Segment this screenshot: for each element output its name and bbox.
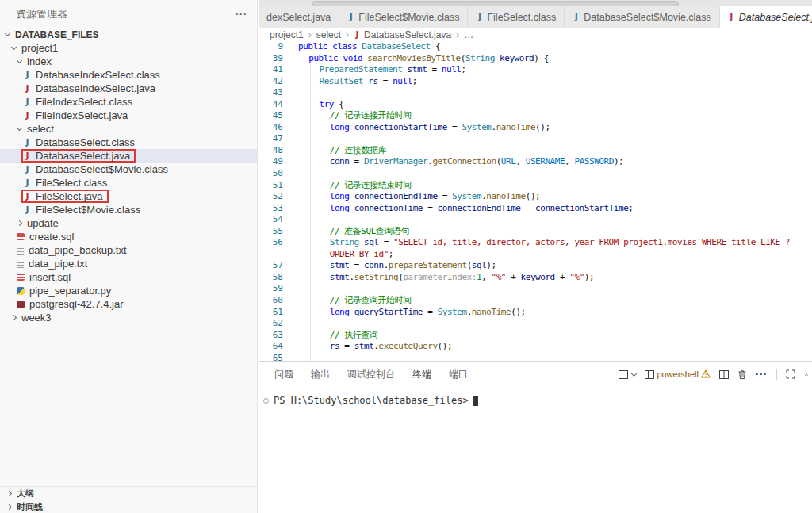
terminal[interactable]: PS H:\Study\school\database_files> [259, 387, 812, 406]
indent-guide [310, 64, 311, 361]
tree-item-label: FileSelect.class [36, 177, 107, 189]
code-line-57: 57stmt = conn.prepareStatement(sql); [259, 260, 812, 272]
code-line-47: 47 [259, 133, 812, 145]
terminal-tab-powershell[interactable]: powershell [645, 367, 710, 381]
breadcrumb-item[interactable]: project1 [270, 29, 304, 40]
tree-item-label: DatabaseSelect.class [36, 136, 135, 148]
tab-scrollbar[interactable] [312, 1, 679, 6]
tree-item-content: JDatabaseSelect.class [24, 136, 135, 149]
tree-item-create-sql[interactable]: create.sql [0, 230, 257, 243]
tree-item-databaseindexselect-java[interactable]: JDatabaseIndexSelect.java [0, 82, 257, 95]
chevron-down-icon [11, 44, 17, 50]
kill-terminal-icon[interactable] [737, 369, 747, 380]
explorer-more-actions-icon[interactable]: ··· [236, 10, 247, 18]
tree-item-content: insert.sql [17, 270, 71, 284]
code-line-56: 56String sql = "SELECT id, title, direct… [259, 237, 812, 260]
tree-item-project1[interactable]: project1 [0, 41, 257, 55]
line-number: 48 [259, 145, 283, 157]
tree-item-content: JFileIndexSelect.class [24, 95, 132, 109]
tree-item-insert-sql[interactable]: insert.sql [0, 270, 257, 284]
panel-more-actions-icon[interactable]: ··· [756, 369, 768, 380]
tree-item-databaseselect-class[interactable]: JDatabaseSelect.class [0, 136, 257, 149]
breadcrumb-separator: › [456, 29, 459, 40]
tree-item-data-pipe-backup-txt[interactable]: data_pipe_backup.txt [0, 243, 257, 257]
line-number: 53 [259, 203, 283, 215]
tree-item-database-files[interactable]: DATABASE_FILES [0, 28, 257, 41]
code-text [298, 318, 812, 330]
sidebar-section-时间线[interactable]: 时间线 [0, 500, 257, 513]
breadcrumb-item[interactable]: select [316, 29, 341, 40]
warning-icon [701, 367, 710, 381]
panel-header: 问题输出调试控制台终端端口 powershell [259, 362, 812, 387]
code-line-50: 50 [259, 168, 812, 180]
line-number: 65 [259, 353, 283, 361]
code-line-52: 52long connectionEndTime = System.nanoTi… [259, 191, 812, 203]
tree-item-update[interactable]: update [0, 216, 257, 230]
tree-item-fileindexselect-java[interactable]: JFileIndexSelect.java [0, 109, 257, 122]
tree-item-content: JFileSelect.class [24, 176, 107, 190]
code-text [298, 87, 812, 99]
editor-tab-fileselect-class[interactable]: JFileSelect.class [468, 6, 565, 28]
tree-item-select[interactable]: select [0, 122, 257, 136]
tree-item-fileselect-class[interactable]: JFileSelect.class [0, 176, 257, 190]
tree-item-databaseselect-movie-class[interactable]: JDatabaseSelect$Movie.class [0, 163, 257, 176]
tree-item-databaseindexselect-class[interactable]: JDatabaseIndexSelect.class [0, 68, 257, 82]
code-line-63: 63// 执行查询 [259, 330, 812, 342]
tree-item-content: data_pipe_backup.txt [17, 243, 127, 257]
tree-item-fileselect-java[interactable]: JFileSelect.java [0, 190, 257, 203]
editor-tab-databaseselect-movie-class[interactable]: JDatabaseSelect$Movie.class [565, 6, 720, 28]
code-text: try { [298, 99, 812, 111]
tree-item-pipe-separator-py[interactable]: pipe_separator.py [0, 284, 257, 297]
tree-item-week3[interactable]: week3 [0, 311, 257, 324]
code-editor[interactable]: 9public class DatabaseSelect {39public v… [259, 41, 812, 361]
tree-item-label: FileIndexSelect.java [36, 109, 128, 121]
breadcrumb-item[interactable]: … [464, 29, 473, 40]
tree-item-fileselect-movie-class[interactable]: JFileSelect$Movie.class [0, 203, 257, 216]
breadcrumb-item[interactable]: JDatabaseSelect.java [354, 29, 451, 40]
annotation-box: JFileSelect.java [21, 190, 109, 203]
java-file-icon: J [24, 191, 31, 201]
tree-item-index[interactable]: index [0, 55, 257, 68]
code-line-65: 65 [259, 353, 812, 361]
split-terminal-icon[interactable] [719, 370, 729, 379]
line-number: 46 [259, 122, 283, 134]
tree-item-label: project1 [21, 42, 58, 54]
chevron-right-icon [6, 503, 12, 509]
panel-tab-终端[interactable]: 终端 [412, 363, 431, 385]
maximize-panel-icon[interactable] [786, 369, 795, 379]
explorer-title: 资源管理器 [16, 7, 67, 21]
close-panel-icon[interactable] [804, 369, 809, 379]
tree-item-postgresql-42-7-4-jar[interactable]: postgresql-42.7.4.jar [0, 297, 257, 311]
sidebar-section-大纲[interactable]: 大纲 [0, 486, 257, 500]
tree-item-label: update [27, 217, 59, 229]
panel-tab-输出[interactable]: 输出 [311, 363, 330, 385]
tree-item-databaseselect-java[interactable]: JDatabaseSelect.java [0, 149, 257, 163]
tree-item-fileindexselect-class[interactable]: JFileIndexSelect.class [0, 95, 257, 109]
panel-actions: powershell ··· [619, 367, 809, 381]
tree-item-data-pipe-txt[interactable]: data_pipe.txt [0, 257, 257, 270]
tree-item-label: data_pipe_backup.txt [29, 244, 127, 256]
tree-item-label: FileSelect$Movie.class [36, 204, 140, 216]
code-text [298, 353, 812, 361]
tree-item-label: DatabaseSelect$Movie.class [36, 163, 168, 175]
bottom-panel: 问题输出调试控制台终端端口 powershell [259, 361, 812, 513]
panel-tab-调试控制台[interactable]: 调试控制台 [347, 363, 395, 385]
tree-item-content: DATABASE_FILES [5, 28, 99, 41]
powershell-label: powershell [657, 369, 699, 379]
line-number: 57 [259, 260, 283, 272]
tree-item-label: FileIndexSelect.class [36, 96, 132, 108]
tree-item-label: select [27, 123, 54, 135]
tab-label: dexSelect.java [266, 12, 331, 23]
panel-tab-问题[interactable]: 问题 [274, 363, 293, 385]
line-number: 61 [259, 307, 283, 319]
command-decoration-icon[interactable] [263, 398, 269, 404]
panel-tab-端口[interactable]: 端口 [449, 363, 468, 385]
editor-tab-dexselect-java[interactable]: dexSelect.java [259, 6, 339, 28]
code-text: // 连接数据库 [298, 145, 812, 157]
terminal-cursor [473, 396, 478, 406]
editor-tab-databaseselect-java[interactable]: JDatabaseSelect.java× [720, 6, 812, 28]
line-number: 51 [259, 180, 283, 192]
terminal-profile-dropdown[interactable] [619, 370, 636, 379]
editor-tab-fileselect-movie-class[interactable]: JFileSelect$Movie.class [339, 6, 468, 28]
tree-item-label: insert.sql [29, 271, 71, 283]
